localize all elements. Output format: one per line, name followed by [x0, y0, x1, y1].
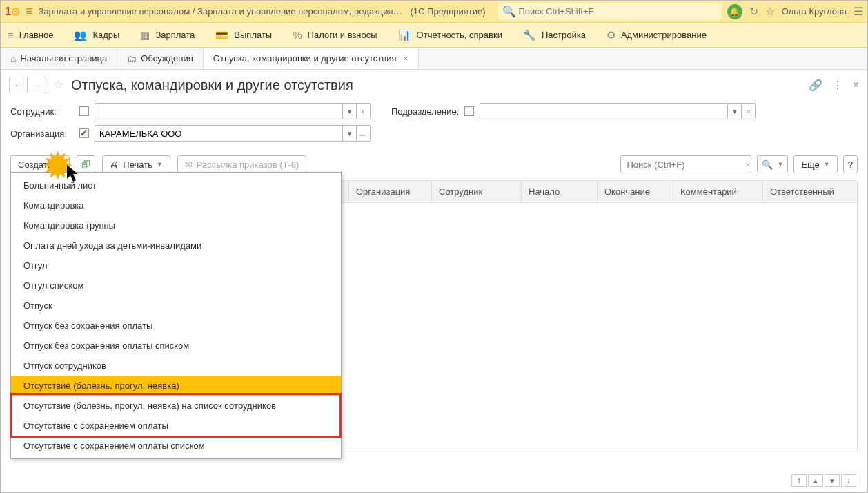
- printer-icon: 🖨: [110, 160, 119, 170]
- department-combo[interactable]: ▼ ▫: [480, 103, 756, 119]
- dd-absence-list[interactable]: Отсутствие (болезнь, прогул, неявка) на …: [11, 396, 341, 416]
- grid-column[interactable]: Сотрудник: [432, 181, 522, 202]
- scroll-up-icon[interactable]: ▲: [808, 474, 823, 487]
- print-button[interactable]: 🖨Печать▼: [102, 155, 170, 173]
- dd-absence-paid[interactable]: Отсутствие с сохранением оплаты: [11, 416, 341, 436]
- username-label[interactable]: Ольга Круглова: [782, 6, 847, 17]
- department-checkbox[interactable]: [464, 106, 474, 116]
- nav-personnel[interactable]: 👥Кадры: [74, 29, 119, 41]
- nav-arrows: ← →: [9, 77, 46, 93]
- grid-icon: ▦: [140, 29, 150, 41]
- search-mode-button[interactable]: 🔍▼: [757, 155, 788, 173]
- grid-column[interactable]: Комментарий: [673, 181, 763, 202]
- list-search-input[interactable]: [627, 160, 742, 170]
- dd-absence[interactable]: Отсутствие (болезнь, прогул, неявка): [11, 376, 341, 396]
- list-search[interactable]: ×: [620, 155, 751, 173]
- link-icon[interactable]: 🔗: [809, 79, 822, 92]
- org-filter-label: Организация:: [10, 128, 74, 139]
- employee-input[interactable]: [95, 103, 343, 119]
- tab-label: Обсуждения: [141, 53, 193, 64]
- close-page-icon[interactable]: ×: [853, 79, 859, 91]
- app-title: Зарплата и управление персоналом / Зарпл…: [38, 6, 402, 17]
- gear-icon: ⚙: [606, 29, 615, 41]
- more-dots-icon[interactable]: …: [357, 125, 371, 142]
- open-dialog-icon[interactable]: ▫: [742, 103, 756, 119]
- favorite-star-icon[interactable]: ☆: [765, 5, 775, 18]
- org-input[interactable]: [95, 125, 343, 142]
- org-checkbox[interactable]: [79, 128, 89, 138]
- dd-vacation-employees[interactable]: Отпуск сотрудников: [11, 356, 341, 376]
- employee-combo[interactable]: ▼ ▫: [95, 103, 371, 119]
- dd-absence-paid-list[interactable]: Отсутствие с сохранением оплаты списком: [11, 436, 341, 456]
- org-combo[interactable]: ▼ …: [95, 125, 371, 142]
- dd-dayoff[interactable]: Отгул: [11, 255, 341, 276]
- dd-vacation-nopay[interactable]: Отпуск без сохранения оплаты: [11, 316, 341, 336]
- notification-bell-icon[interactable]: 🔔: [727, 4, 742, 19]
- create-label: Создать: [18, 160, 52, 170]
- window-controls-icon[interactable]: ☰: [854, 5, 863, 18]
- titlebar: 1⊙ ≡ Зарплата и управление персоналом / …: [1, 1, 867, 23]
- grid-column[interactable]: Начало: [522, 181, 598, 202]
- clear-icon[interactable]: ×: [742, 160, 753, 170]
- dd-vacation[interactable]: Отпуск: [11, 296, 341, 316]
- copy-icon: 🗐: [81, 160, 90, 170]
- employee-filter-label: Сотрудник:: [10, 106, 74, 117]
- scroll-bottom-icon[interactable]: ⤓: [841, 474, 856, 487]
- dd-trip-group[interactable]: Командировка группы: [11, 215, 341, 235]
- scroll-top-icon[interactable]: ⤒: [791, 474, 807, 487]
- grid-column[interactable]: Организация: [349, 181, 432, 202]
- dd-child-care[interactable]: Оплата дней ухода за детьми-инвалидами: [11, 235, 341, 255]
- global-search-input[interactable]: [519, 6, 718, 17]
- kebab-icon[interactable]: ⋮: [832, 79, 843, 92]
- hamburger-icon[interactable]: ≡: [26, 4, 33, 19]
- dd-sick-leave[interactable]: Больничный лист: [11, 175, 341, 195]
- global-search[interactable]: 🔍: [498, 3, 722, 20]
- caret-down-icon: ▼: [157, 161, 163, 168]
- search-icon: 🔍: [502, 5, 516, 18]
- help-label: ?: [848, 160, 853, 170]
- close-icon[interactable]: ×: [404, 54, 408, 64]
- nav-label: Главное: [19, 30, 54, 40]
- mail-icon: ✉: [185, 160, 193, 170]
- scroll-down-icon[interactable]: ▼: [825, 474, 840, 487]
- page-title: Отпуска, командировки и другие отсутстви…: [71, 77, 353, 93]
- department-input[interactable]: [480, 103, 728, 119]
- grid-column[interactable]: Окончание: [598, 181, 673, 202]
- menu-icon: ≡: [8, 29, 14, 41]
- logo-1c: 1⊙: [5, 5, 20, 18]
- dropdown-icon[interactable]: ▼: [728, 103, 742, 119]
- favorite-icon[interactable]: ☆: [53, 77, 64, 93]
- dd-vacation-nopay-list[interactable]: Отпуск без сохранения оплаты списком: [11, 336, 341, 356]
- dropdown-icon[interactable]: ▼: [343, 125, 357, 142]
- card-icon: 💳: [215, 29, 228, 41]
- back-button[interactable]: ←: [10, 77, 28, 93]
- create-button[interactable]: Создать▼: [10, 155, 70, 173]
- forward-button[interactable]: →: [28, 77, 46, 93]
- tab-discussions[interactable]: 🗂Обсуждения: [117, 48, 204, 69]
- nav-main[interactable]: ≡Главное: [8, 29, 53, 41]
- employee-checkbox[interactable]: [79, 106, 89, 116]
- folder-icon: 🗂: [127, 53, 137, 64]
- tab-home[interactable]: ⌂Начальная страница: [1, 48, 117, 69]
- nav-salary[interactable]: ▦Зарплата: [140, 29, 195, 41]
- help-button[interactable]: ?: [843, 155, 858, 173]
- more-button[interactable]: Еще▼: [793, 155, 837, 173]
- print-label: Печать: [123, 160, 152, 170]
- nav-label: Выплаты: [234, 30, 272, 40]
- mailing-button[interactable]: ✉Рассылка приказов (Т-6): [177, 155, 307, 173]
- dd-trip[interactable]: Командировка: [11, 195, 341, 215]
- caret-down-icon: ▼: [824, 161, 830, 168]
- nav-settings[interactable]: 🔧Настройка: [523, 29, 586, 41]
- history-icon[interactable]: ↻: [749, 5, 758, 18]
- dd-dayoff-list[interactable]: Отгул списком: [11, 276, 341, 296]
- open-dialog-icon[interactable]: ▫: [357, 103, 371, 119]
- nav-taxes[interactable]: %Налоги и взносы: [293, 29, 377, 41]
- magnifier-icon: 🔍: [762, 160, 773, 170]
- nav-reports[interactable]: 📊Отчетность, справки: [398, 29, 502, 41]
- dropdown-icon[interactable]: ▼: [343, 103, 357, 119]
- grid-column[interactable]: Ответственный: [763, 181, 857, 202]
- copy-button[interactable]: 🗐: [77, 155, 95, 173]
- tab-absences[interactable]: Отпуска, командировки и другие отсутстви…: [204, 48, 419, 69]
- nav-admin[interactable]: ⚙Администрирование: [606, 29, 707, 41]
- nav-payments[interactable]: 💳Выплаты: [215, 29, 272, 41]
